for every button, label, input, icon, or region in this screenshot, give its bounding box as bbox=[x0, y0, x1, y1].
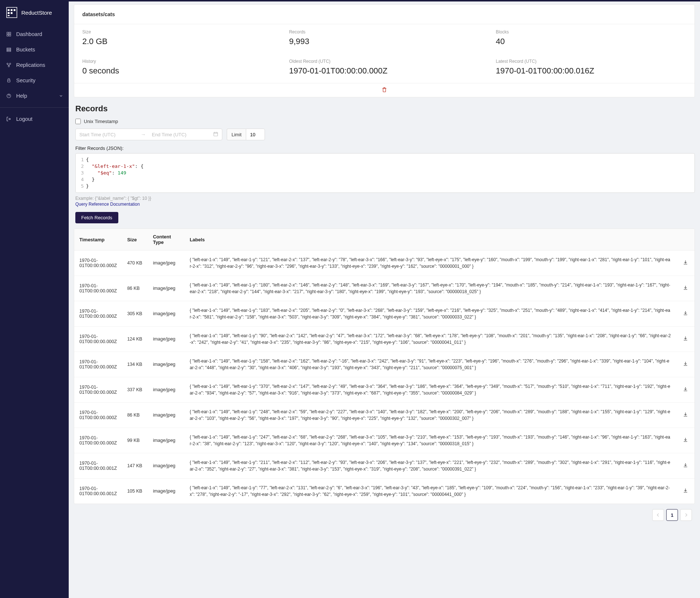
calendar-icon[interactable] bbox=[213, 132, 218, 138]
time-range-picker[interactable]: → bbox=[75, 129, 222, 140]
cell-content-type: image/jpeg bbox=[148, 352, 184, 377]
cell-labels: { "left-ear-1-x": "149", "left-ear-1-y":… bbox=[184, 428, 676, 453]
chevron-down-icon bbox=[59, 93, 63, 99]
cell-timestamp: 1970-01-01T00:00:00.000Z bbox=[74, 352, 122, 377]
svg-rect-17 bbox=[8, 80, 10, 82]
pagination-prev[interactable] bbox=[652, 509, 664, 521]
table-header-timestamp: Timestamp bbox=[74, 229, 122, 251]
table-row: 1970-01-01T00:00:00.000Z470 KBimage/jpeg… bbox=[74, 251, 694, 276]
cell-content-type: image/jpeg bbox=[148, 276, 184, 301]
cell-download bbox=[676, 276, 694, 301]
sidebar-item-label: Help bbox=[16, 93, 27, 99]
limit-label: Limit bbox=[227, 129, 246, 140]
cell-timestamp: 1970-01-01T00:00:00.000Z bbox=[74, 276, 122, 301]
cell-content-type: image/jpeg bbox=[148, 327, 184, 352]
help-icon bbox=[6, 93, 12, 99]
download-icon[interactable] bbox=[683, 413, 688, 418]
svg-rect-2 bbox=[11, 9, 12, 11]
sidebar-item-label: Dashboard bbox=[16, 31, 42, 37]
unix-checkbox-row: Unix Timestamp bbox=[75, 119, 695, 124]
download-icon[interactable] bbox=[683, 464, 688, 469]
cell-labels: { "left-ear-1-x": "149", "left-ear-1-y":… bbox=[184, 327, 676, 352]
cell-labels: { "left-ear-1-x": "149", "left-ear-1-y":… bbox=[184, 251, 676, 276]
download-icon[interactable] bbox=[683, 261, 688, 266]
stat-records: Records9,993 bbox=[281, 24, 488, 54]
cell-size: 337 KB bbox=[122, 377, 148, 403]
cell-size: 86 KB bbox=[122, 403, 148, 428]
logout-button[interactable]: Logout bbox=[0, 111, 69, 127]
cell-content-type: image/jpeg bbox=[148, 403, 184, 428]
sidebar-item-security[interactable]: Security bbox=[0, 73, 69, 88]
stat-label: History bbox=[82, 59, 273, 64]
trash-icon[interactable] bbox=[382, 87, 387, 92]
brand-text: ReductStore bbox=[21, 10, 52, 16]
stat-size: Size2.0 GB bbox=[74, 24, 281, 54]
sidebar-item-label: Buckets bbox=[16, 47, 35, 53]
filter-example: Example: {"&label_name": { "$gt": 10 }} bbox=[75, 196, 695, 201]
topbar bbox=[69, 0, 700, 1]
code-lines: { "&left-ear-1-x": { "$eq": 149 } } bbox=[86, 156, 694, 190]
code-gutter: 12345 bbox=[76, 156, 86, 190]
start-time-input[interactable] bbox=[79, 132, 134, 137]
download-icon[interactable] bbox=[683, 287, 688, 292]
stat-value: 9,993 bbox=[289, 37, 480, 46]
cell-size: 147 KB bbox=[122, 453, 148, 479]
filter-json-editor[interactable]: 12345 { "&left-ear-1-x": { "$eq": 149 } … bbox=[75, 153, 695, 193]
stat-value: 0 seconds bbox=[82, 66, 273, 76]
svg-point-16 bbox=[8, 66, 10, 67]
cell-labels: { "left-ear-1-x": "149", "left-ear-1-y":… bbox=[184, 479, 676, 504]
stats-grid: Size2.0 GBRecords9,993Blocks40History0 s… bbox=[74, 24, 694, 83]
fetch-records-button[interactable]: Fetch Records bbox=[75, 212, 118, 223]
svg-rect-9 bbox=[7, 35, 8, 36]
table-row: 1970-01-01T00:00:00.001Z147 KBimage/jpeg… bbox=[74, 453, 694, 479]
stat-label: Records bbox=[289, 29, 480, 35]
sidebar-item-dashboard[interactable]: Dashboard bbox=[0, 26, 69, 42]
stat-label: Blocks bbox=[496, 29, 686, 35]
table-row: 1970-01-01T00:00:00.000Z134 KBimage/jpeg… bbox=[74, 352, 694, 377]
download-icon[interactable] bbox=[683, 337, 688, 342]
sidebar-menu: DashboardBucketsReplicationsSecurityHelp bbox=[0, 26, 69, 104]
limit-group: Limit bbox=[227, 129, 265, 140]
cell-timestamp: 1970-01-01T00:00:00.000Z bbox=[74, 377, 122, 403]
table-row: 1970-01-01T00:00:00.000Z86 KBimage/jpeg{… bbox=[74, 403, 694, 428]
filter-row: → Limit bbox=[75, 129, 695, 140]
table-row: 1970-01-01T00:00:00.001Z105 KBimage/jpeg… bbox=[74, 479, 694, 504]
download-icon[interactable] bbox=[683, 489, 688, 494]
stat-blocks: Blocks40 bbox=[488, 24, 694, 54]
cell-download bbox=[676, 377, 694, 403]
end-time-input[interactable] bbox=[152, 132, 207, 137]
dashboard-icon bbox=[6, 31, 12, 37]
table-header-actions bbox=[676, 229, 694, 251]
cell-content-type: image/jpeg bbox=[148, 428, 184, 453]
cell-labels: { "left-ear-1-x": "149", "left-ear-1-y":… bbox=[184, 301, 676, 327]
download-icon[interactable] bbox=[683, 363, 688, 368]
table-header-labels: Labels bbox=[184, 229, 676, 251]
svg-rect-13 bbox=[7, 51, 11, 52]
svg-rect-3 bbox=[14, 9, 15, 11]
records-table: TimestampSizeContent TypeLabels 1970-01-… bbox=[74, 229, 694, 504]
sidebar-item-help[interactable]: Help bbox=[0, 88, 69, 104]
query-doc-link[interactable]: Query Reference Documentation bbox=[75, 202, 140, 207]
entry-header-card: datasets/cats Size2.0 GBRecords9,993Bloc… bbox=[74, 4, 695, 97]
brand: ReductStore bbox=[0, 7, 69, 26]
filter-json-label: Filter Records (JSON): bbox=[75, 145, 695, 151]
sidebar-item-buckets[interactable]: Buckets bbox=[0, 42, 69, 57]
limit-input[interactable] bbox=[246, 129, 265, 140]
pagination-page-1[interactable]: 1 bbox=[666, 509, 678, 521]
sidebar: ReductStore DashboardBucketsReplications… bbox=[0, 0, 69, 598]
download-icon[interactable] bbox=[683, 312, 688, 317]
cell-timestamp: 1970-01-01T00:00:00.000Z bbox=[74, 251, 122, 276]
svg-rect-1 bbox=[8, 9, 10, 11]
stat-history: History0 seconds bbox=[74, 54, 281, 83]
controls: Unix Timestamp → Limit bbox=[75, 119, 695, 223]
download-icon[interactable] bbox=[683, 439, 688, 444]
svg-rect-11 bbox=[7, 48, 11, 49]
pagination-next[interactable] bbox=[680, 509, 692, 521]
unix-timestamp-checkbox[interactable] bbox=[75, 119, 81, 124]
stat-oldest-record-utc-: Oldest Record (UTC)1970-01-01T00:00:00.0… bbox=[281, 54, 488, 83]
sidebar-item-replications[interactable]: Replications bbox=[0, 57, 69, 73]
svg-rect-10 bbox=[9, 35, 11, 36]
buckets-icon bbox=[6, 47, 12, 53]
download-icon[interactable] bbox=[683, 388, 688, 393]
cell-content-type: image/jpeg bbox=[148, 301, 184, 327]
